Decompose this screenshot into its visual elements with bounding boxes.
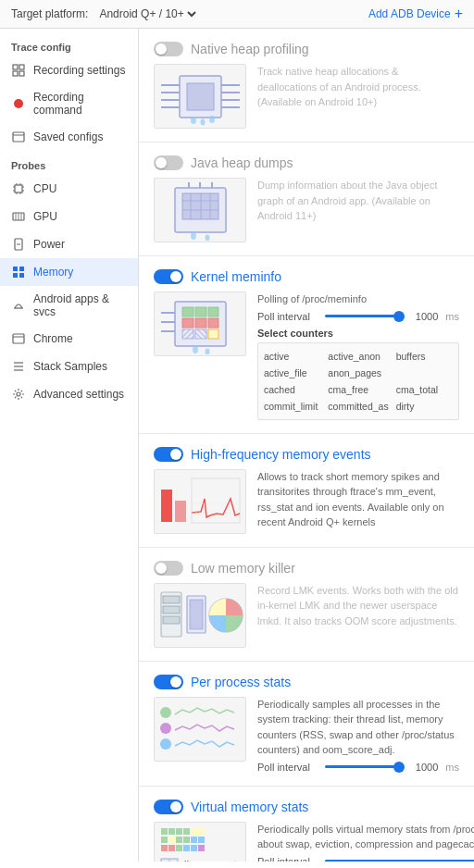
sidebar-item-label: CPU: [33, 182, 56, 195]
svg-rect-85: [190, 600, 203, 629]
svg-rect-91: [168, 828, 175, 835]
counters-grid: active active_anon buffers active_file a…: [257, 342, 459, 420]
svg-point-43: [191, 117, 196, 124]
java-heap-desc: Dump information about the Java object g…: [257, 178, 459, 224]
svg-rect-63: [195, 318, 206, 328]
virtual-memory-stats-toggle[interactable]: [154, 800, 183, 814]
counter-active[interactable]: active: [264, 349, 320, 364]
svg-point-56: [191, 232, 196, 240]
svg-rect-100: [191, 837, 197, 843]
kernel-meminfo-title: Kernel meminfo: [191, 269, 281, 284]
svg-rect-5: [13, 132, 24, 142]
counter-anon-pages[interactable]: anon_pages: [328, 366, 388, 380]
chrome-icon: [11, 331, 26, 346]
kernel-meminfo-body: Polling of /proc/meminfo Poll interval 1…: [154, 291, 459, 420]
svg-rect-60: [195, 307, 206, 316]
high-freq-toggle[interactable]: [154, 447, 183, 462]
vmstats-poll-slider[interactable]: [325, 860, 474, 862]
sidebar-item-android-apps[interactable]: Android apps & svcs: [0, 286, 138, 325]
counter-cma-total[interactable]: cma_total: [396, 382, 453, 397]
native-heap-desc: Track native heap allocations & dealloca…: [257, 64, 459, 110]
sidebar-item-gpu[interactable]: GPU: [0, 203, 138, 230]
kernel-meminfo-header: Kernel meminfo: [154, 269, 459, 284]
gpu-icon: [11, 209, 26, 224]
svg-rect-105: [183, 845, 190, 851]
svg-rect-98: [176, 837, 182, 843]
per-process-poll-value: 1000: [410, 762, 438, 773]
sidebar-item-stack-samples[interactable]: Stack Samples: [0, 353, 138, 380]
svg-point-32: [17, 392, 20, 396]
svg-point-57: [205, 234, 209, 241]
sidebar-item-cpu[interactable]: CPU: [0, 175, 138, 203]
low-memory-killer-title: Low memory killer: [191, 561, 295, 576]
counter-active-file[interactable]: active_file: [264, 366, 320, 380]
sidebar-item-saved-configs[interactable]: Saved configs: [0, 123, 138, 151]
svg-rect-3: [19, 71, 24, 76]
java-heap-body: Dump information about the Java object g…: [154, 178, 459, 242]
svg-rect-81: [163, 596, 180, 603]
per-process-stats-desc: Periodically samples all processes in th…: [257, 697, 459, 758]
poll-slider[interactable]: [325, 315, 403, 317]
native-heap-card: Native heap profiling: [139, 29, 474, 143]
svg-rect-75: [161, 490, 172, 522]
svg-rect-94: [191, 828, 197, 835]
sidebar-item-memory[interactable]: Memory: [0, 258, 138, 286]
counter-active-anon[interactable]: active_anon: [328, 349, 388, 364]
svg-rect-23: [19, 267, 24, 271]
sidebar-item-chrome[interactable]: Chrome: [0, 325, 138, 353]
high-freq-header: High-frequency memory events: [154, 447, 459, 462]
recording-command-icon: [11, 96, 26, 111]
native-heap-toggle[interactable]: [154, 42, 183, 56]
sidebar-item-label: Stack Samples: [33, 360, 107, 373]
sidebar-item-power[interactable]: Power: [0, 230, 138, 258]
vmstats-poll-row: Poll interval 1000 ms: [257, 856, 474, 862]
low-memory-killer-body: Record LMK events. Works both with the o…: [154, 583, 459, 648]
svg-point-88: [160, 723, 171, 734]
per-process-stats-toggle[interactable]: [154, 675, 183, 689]
per-process-stats-image: [154, 697, 246, 762]
poll-unit: ms: [445, 311, 459, 322]
per-process-poll-label: Poll interval: [257, 762, 318, 773]
native-heap-image: [154, 64, 246, 129]
counter-dirty[interactable]: dirty: [396, 399, 453, 414]
vmstats-poll-label: Poll interval: [257, 856, 318, 862]
sidebar-item-label: Power: [33, 238, 65, 251]
svg-rect-99: [183, 837, 190, 843]
counter-empty1: [396, 366, 453, 380]
java-heap-toggle[interactable]: [154, 155, 183, 170]
low-memory-killer-toggle[interactable]: [154, 561, 183, 576]
counter-cma-free[interactable]: cma_free: [328, 382, 388, 397]
poll-interval-row: Poll interval 1000 ms: [257, 311, 459, 322]
platform-select[interactable]: Android Q+ / 10+: [95, 6, 199, 21]
svg-rect-0: [13, 65, 18, 69]
select-counters-label: Select counters: [257, 328, 459, 339]
high-freq-image: [154, 469, 246, 534]
kernel-meminfo-right: Polling of /proc/meminfo Poll interval 1…: [257, 291, 459, 420]
kernel-meminfo-image: [154, 291, 246, 356]
sidebar-item-advanced-settings[interactable]: Advanced settings: [0, 380, 138, 408]
add-icon: +: [455, 6, 463, 22]
trace-config-section-label: Trace config: [0, 32, 138, 56]
sidebar-item-label: Android apps & svcs: [33, 292, 127, 318]
main-content: Native heap profiling: [139, 29, 474, 862]
memory-icon: [11, 265, 26, 279]
counter-cached[interactable]: cached: [264, 382, 320, 397]
select-counters-section: Select counters active active_anon buffe…: [257, 328, 459, 420]
counter-commit-limit[interactable]: commit_limit: [264, 399, 320, 414]
sidebar-item-recording-command[interactable]: Recording command: [0, 84, 138, 123]
kernel-meminfo-toggle[interactable]: [154, 269, 183, 284]
svg-point-44: [200, 118, 205, 125]
native-heap-header: Native heap profiling: [154, 42, 459, 56]
sidebar-item-label: Recording settings: [33, 64, 125, 77]
svg-rect-67: [208, 329, 218, 339]
poll-value: 1000: [410, 311, 438, 322]
svg-rect-90: [161, 828, 168, 835]
svg-rect-34: [187, 83, 214, 110]
add-adb-button[interactable]: Add ADB Device +: [368, 6, 463, 22]
counter-buffers[interactable]: buffers: [396, 349, 453, 364]
per-process-poll-slider[interactable]: [325, 765, 403, 768]
counter-committed-as[interactable]: committed_as: [328, 399, 388, 414]
top-bar: Target platform: Android Q+ / 10+ Add AD…: [0, 0, 474, 29]
sidebar-item-recording-settings[interactable]: Recording settings: [0, 56, 138, 84]
per-process-stats-body: Periodically samples all processes in th…: [154, 697, 459, 773]
